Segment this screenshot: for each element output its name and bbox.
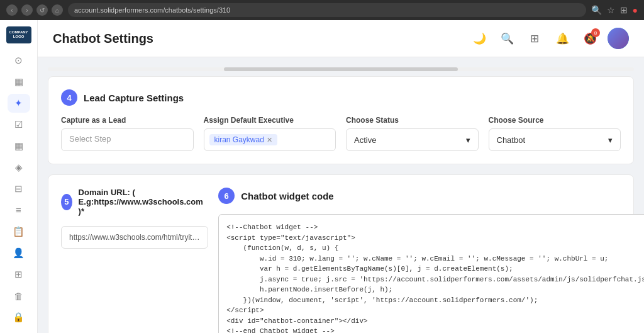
page-header: Chatbot Settings 🌙 🔍 ⊞ 🔔 🔕 8 (38, 20, 644, 57)
chatbot-code-box[interactable]: <!--Chatbot widget --> <script type="tex… (218, 214, 644, 333)
extension-icon[interactable]: ⊞ (620, 5, 628, 15)
home-button[interactable]: ⌂ (52, 4, 63, 16)
status-select[interactable]: Active ▾ (346, 128, 479, 151)
assign-executive-group: Assign Default Executive kiran Gaykwad ✕ (204, 116, 336, 151)
lead-capture-form-row: Capture as a Lead Select Step Assign Def… (61, 116, 621, 151)
domain-code-section: 5 Domain URL: ( E.g:https://www.w3school… (48, 174, 634, 333)
capture-label: Capture as a Lead (61, 116, 194, 125)
sidebar-item-integrations[interactable]: ✦ (8, 94, 30, 113)
sidebar-item-dashboard[interactable]: ⊙ (8, 51, 30, 70)
scroll-indicator (48, 67, 634, 71)
browser-right-icons: 🔍 ☆ ⊞ ● (591, 5, 638, 15)
reload-button[interactable]: ↺ (36, 4, 48, 16)
main-content: Chatbot Settings 🌙 🔍 ⊞ 🔔 🔕 8 (38, 20, 644, 333)
alert-badge: 8 (591, 28, 600, 37)
source-label: Choose Source (489, 116, 621, 125)
apps-icon-btn[interactable]: ⊞ (525, 28, 545, 48)
sidebar-item-grid[interactable]: ⊞ (8, 265, 30, 284)
browser-chrome: ‹ › ↺ ⌂ account.solidperformers.com/chat… (0, 0, 644, 20)
forward-button[interactable]: › (21, 4, 33, 16)
sidebar-item-delete[interactable]: 🗑 (8, 286, 30, 305)
domain-url-input[interactable] (61, 226, 208, 249)
scroll-thumb (224, 67, 458, 71)
assign-tag: kiran Gaykwad ✕ (209, 134, 277, 145)
sidebar-item-orders[interactable]: ⊟ (8, 179, 30, 198)
moon-icon-btn[interactable]: 🌙 (469, 28, 489, 48)
search-icon[interactable]: 🔍 (591, 5, 602, 15)
lead-capture-section: 4 Lead Capture Settings Capture as a Lea… (48, 76, 634, 164)
header-actions: 🌙 🔍 ⊞ 🔔 🔕 8 (469, 28, 629, 49)
choose-source-group: Choose Source Chatbot ▾ (489, 116, 621, 151)
content-area: 4 Lead Capture Settings Capture as a Lea… (38, 57, 644, 333)
section6-number: 6 (218, 188, 235, 204)
sidebar-item-campaigns[interactable]: ◈ (8, 158, 30, 177)
section6-header: 6 Chatbot widget code (218, 188, 644, 204)
section4-header: 4 Lead Capture Settings (61, 89, 621, 106)
sidebar-item-invoices[interactable]: 📋 (8, 222, 30, 241)
select-step-input[interactable]: Select Step (61, 128, 194, 151)
assign-label: Assign Default Executive (204, 116, 336, 125)
section5-title: Domain URL: ( E.g:https://www.w3schools.… (79, 188, 209, 216)
capture-lead-group: Capture as a Lead Select Step (61, 116, 194, 151)
source-select[interactable]: Chatbot ▾ (489, 128, 621, 151)
alert-icon-btn[interactable]: 🔕 8 (580, 28, 600, 48)
chevron-down-icon: ▾ (466, 135, 470, 145)
domain-url-col: 5 Domain URL: ( E.g:https://www.w3school… (61, 188, 208, 333)
section4-number: 4 (61, 89, 77, 106)
section5-number: 5 (61, 194, 72, 210)
sidebar-item-users[interactable]: 👤 (8, 244, 30, 262)
bell-icon-btn[interactable]: 🔔 (552, 28, 572, 48)
sidebar-item-lock[interactable]: 🔒 (8, 308, 30, 327)
choose-status-group: Choose Status Active ▾ (346, 116, 479, 151)
back-button[interactable]: ‹ (6, 4, 18, 16)
page-title: Chatbot Settings (53, 31, 153, 46)
chatbot-code-col: 6 Chatbot widget code <!--Chatbot widget… (218, 188, 644, 333)
sidebar-item-analytics[interactable]: ▦ (8, 72, 30, 91)
url-bar[interactable]: account.solidperformers.com/chatbots/set… (68, 3, 586, 17)
browser-controls: ‹ › ↺ ⌂ (6, 4, 63, 16)
remove-tag-button[interactable]: ✕ (267, 136, 272, 144)
assign-tag-input[interactable]: kiran Gaykwad ✕ (204, 128, 336, 151)
section4-title: Lead Capture Settings (84, 93, 184, 103)
status-label: Choose Status (346, 116, 479, 125)
search-icon-btn[interactable]: 🔍 (497, 28, 517, 48)
sidebar: COMPANY LOGO ⊙ ▦ ✦ ☑ ▦ ◈ ⊟ ≡ 📋 👤 ⊞ 🗑 🔒 (0, 20, 38, 333)
section5-header: 5 Domain URL: ( E.g:https://www.w3school… (61, 188, 208, 216)
sidebar-item-calendar[interactable]: ▦ (8, 137, 30, 155)
star-icon[interactable]: ☆ (607, 5, 615, 15)
section6-title: Chatbot widget code (241, 191, 334, 201)
sidebar-logo: COMPANY LOGO (6, 26, 31, 43)
user-avatar[interactable] (608, 28, 629, 49)
sidebar-item-tasks[interactable]: ☑ (8, 115, 30, 134)
domain-code-row: 5 Domain URL: ( E.g:https://www.w3school… (61, 188, 621, 333)
profile-icon[interactable]: ● (633, 5, 638, 15)
sidebar-item-reports[interactable]: ≡ (8, 201, 30, 220)
url-text: account.solidperformers.com/chatbots/set… (74, 6, 230, 14)
chevron-down-icon: ▾ (608, 135, 613, 145)
